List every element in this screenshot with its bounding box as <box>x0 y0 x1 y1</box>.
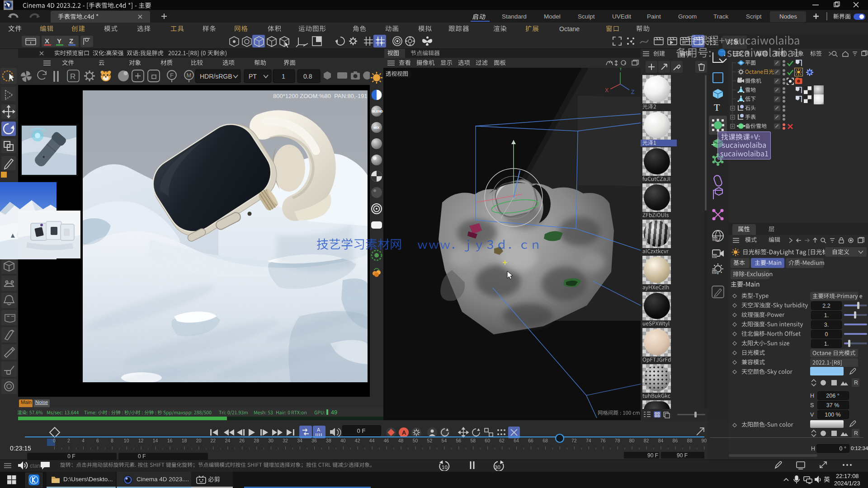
svg-text:20: 20 <box>196 438 202 443</box>
svg-text:84: 84 <box>658 438 664 443</box>
svg-text:6: 6 <box>96 438 99 443</box>
svg-text:62: 62 <box>499 438 505 443</box>
svg-text:78: 78 <box>615 438 620 443</box>
svg-text:54: 54 <box>442 438 447 443</box>
svg-text:32: 32 <box>283 438 288 443</box>
svg-text:A: A <box>402 429 406 436</box>
svg-text:58: 58 <box>470 438 476 443</box>
svg-text:0: 0 <box>53 438 56 443</box>
svg-text:72: 72 <box>571 438 577 443</box>
svg-text:46: 46 <box>384 438 389 443</box>
svg-text:68: 68 <box>542 438 548 443</box>
svg-text:10: 10 <box>442 465 448 470</box>
svg-text:48: 48 <box>398 438 404 443</box>
svg-text:26: 26 <box>239 438 245 443</box>
svg-text:44: 44 <box>369 438 375 443</box>
svg-text:80: 80 <box>629 438 635 443</box>
svg-text:74: 74 <box>586 438 591 443</box>
svg-text:90: 90 <box>701 438 707 443</box>
svg-text:30: 30 <box>495 465 500 470</box>
svg-text:56: 56 <box>456 438 461 443</box>
svg-text:52: 52 <box>427 438 433 443</box>
svg-text:66: 66 <box>528 438 533 443</box>
svg-text:88: 88 <box>687 438 693 443</box>
svg-text:30: 30 <box>268 438 274 443</box>
svg-text:50: 50 <box>413 438 418 443</box>
svg-text:4: 4 <box>82 438 85 443</box>
svg-text:76: 76 <box>600 438 606 443</box>
svg-text:36: 36 <box>311 438 317 443</box>
svg-text:42: 42 <box>355 438 360 443</box>
svg-text:16: 16 <box>167 438 173 443</box>
svg-text:18: 18 <box>182 438 187 443</box>
svg-text:38: 38 <box>326 438 331 443</box>
svg-text:64: 64 <box>514 438 519 443</box>
svg-text:24: 24 <box>225 438 230 443</box>
svg-text:34: 34 <box>297 438 302 443</box>
svg-text:14: 14 <box>153 438 158 443</box>
svg-text:60: 60 <box>485 438 490 443</box>
svg-text:28: 28 <box>254 438 259 443</box>
svg-text:A: A <box>317 427 321 432</box>
svg-text:40: 40 <box>340 438 346 443</box>
svg-text:8: 8 <box>111 438 113 443</box>
svg-text:86: 86 <box>673 438 678 443</box>
svg-text:22: 22 <box>210 438 216 443</box>
svg-text:2: 2 <box>67 438 70 443</box>
svg-text:10: 10 <box>124 438 129 443</box>
svg-text:12: 12 <box>138 438 144 443</box>
svg-text:82: 82 <box>644 438 649 443</box>
